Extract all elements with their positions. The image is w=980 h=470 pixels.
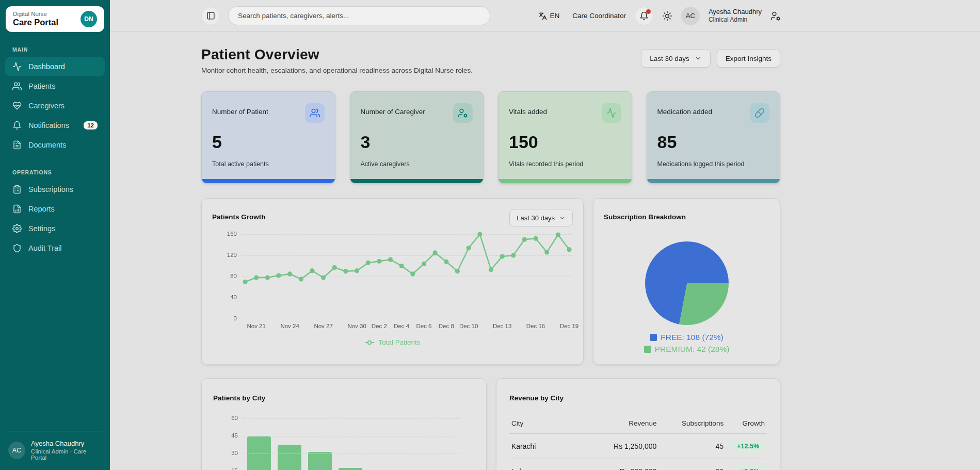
main-content: Patient Overview Monitor cohort health, … xyxy=(110,32,980,470)
sidebar-toggle-button[interactable] xyxy=(201,7,220,25)
stat-caption: Medications logged this period xyxy=(657,160,770,168)
export-insights-label: Export Insights xyxy=(726,55,772,62)
stat-title: Number of Caregiver xyxy=(361,103,425,116)
topbar-user-role: Clinical Admin xyxy=(709,16,762,24)
brand-avatar: DN xyxy=(81,11,97,27)
clipboard-icon xyxy=(12,185,22,194)
line-chart: 16012080400 xyxy=(242,234,572,319)
pie-chart xyxy=(645,241,729,325)
bar xyxy=(339,468,362,470)
cell-subscriptions: 45 xyxy=(658,434,726,459)
topbar-user-block: Ayesha Chaudhry Clinical Admin xyxy=(709,8,762,24)
sidebar-item-label: Reports xyxy=(28,205,98,213)
avatar[interactable]: AC xyxy=(681,7,700,25)
chart-title: Patients by City xyxy=(213,390,475,402)
subscription-breakdown-card: Subscription Breakdown FREE: 108 (72%) P… xyxy=(593,198,780,365)
growth-badge: +8.3% xyxy=(735,466,765,470)
stat-caption: Vitals recorded this period xyxy=(509,160,621,168)
gear-icon xyxy=(12,224,22,233)
pie-chart-legend: FREE: 108 (72%) PREMIUM: 42 (28%) xyxy=(604,333,769,354)
cell-revenue: Rs 1,250,000 xyxy=(587,434,659,459)
bell-icon xyxy=(12,121,22,130)
stat-accent-bar xyxy=(350,179,484,183)
sidebar-item-subscriptions[interactable]: Subscriptions xyxy=(5,180,105,199)
patients-by-city-card: Patients by City 60453015 xyxy=(201,378,487,470)
sidebar-item-caregivers[interactable]: Caregivers xyxy=(5,96,105,116)
revenue-by-city-card: Revenue by City City Revenue Subscriptio… xyxy=(496,378,780,470)
export-insights-button[interactable]: Export Insights xyxy=(717,49,780,68)
stat-title: Vitals added xyxy=(509,103,547,116)
table-header-row: City Revenue Subscriptions Growth xyxy=(509,414,767,434)
sidebar-item-label: Subscriptions xyxy=(28,185,98,193)
sidebar-item-reports[interactable]: Reports xyxy=(5,199,105,219)
chevron-down-icon xyxy=(559,215,566,221)
search-bar[interactable] xyxy=(228,6,490,25)
stat-caption: Total active patients xyxy=(212,160,325,168)
brand-app-name: Digital Nurse xyxy=(13,11,58,17)
stat-value: 5 xyxy=(212,132,325,152)
cell-subscriptions: 38 xyxy=(658,459,726,470)
theme-toggle-button[interactable] xyxy=(662,11,672,21)
sidebar-item-label: Audit Trail xyxy=(28,244,98,252)
heart-pulse-icon xyxy=(12,101,22,110)
stat-caption: Active caregivers xyxy=(361,160,473,168)
sidebar-item-label: Notifications xyxy=(28,121,77,129)
legend-label: PREMIUM: 42 (28%) xyxy=(655,345,730,354)
sidebar-item-label: Patients xyxy=(28,82,98,90)
chart-title: Patients Growth xyxy=(212,209,266,221)
search-input[interactable] xyxy=(238,12,480,20)
user-settings-button[interactable] xyxy=(770,11,781,21)
divider xyxy=(8,431,102,431)
notifications-button[interactable] xyxy=(635,7,653,25)
language-switcher[interactable]: EN xyxy=(538,11,560,20)
sidebar-item-documents[interactable]: Documents xyxy=(5,135,105,155)
stat-title: Medication added xyxy=(657,103,713,116)
avatar: AC xyxy=(8,442,25,459)
document-icon xyxy=(12,140,22,150)
stat-accent-bar xyxy=(647,179,780,183)
sidebar-section-operations: OPERATIONS xyxy=(12,169,110,175)
language-label: EN xyxy=(550,12,560,20)
sidebar-item-settings[interactable]: Settings xyxy=(5,219,105,238)
report-chart-icon xyxy=(12,204,22,214)
revenue-table: City Revenue Subscriptions Growth Karach… xyxy=(509,414,767,470)
date-range-label: Last 30 days xyxy=(650,55,689,62)
brand-portal-name: Care Portal xyxy=(13,18,58,27)
sidebar-item-audit-trail[interactable]: Audit Trail xyxy=(5,238,105,258)
sidebar-user[interactable]: AC Ayesha Chaudhry Clinical Admin · Care… xyxy=(8,440,102,461)
sidebar-user-role: Clinical Admin · Care Portal xyxy=(31,448,102,461)
sidebar-item-label: Settings xyxy=(28,224,98,233)
column-header-subscriptions: Subscriptions xyxy=(658,414,726,434)
stat-card-caregivers: Number of Caregiver 3 Active caregivers xyxy=(350,91,484,184)
chart-title: Subscription Breakdown xyxy=(604,209,769,221)
role-label: Care Coordinator xyxy=(572,12,626,20)
chevron-down-icon xyxy=(695,55,702,62)
sidebar-item-dashboard[interactable]: Dashboard xyxy=(5,57,105,76)
stat-card-patients: Number of Patient 5 Total active patient… xyxy=(201,91,335,184)
bar-chart-bars xyxy=(247,418,362,470)
notification-dot xyxy=(646,9,651,14)
cell-city: Karachi xyxy=(509,434,587,459)
sidebar-footer: AC Ayesha Chaudhry Clinical Admin · Care… xyxy=(0,424,110,470)
legend-label: Total Patients xyxy=(378,338,420,346)
chart-range-label: Last 30 days xyxy=(517,214,555,222)
pulse-icon xyxy=(602,103,621,123)
chart-range-select[interactable]: Last 30 days xyxy=(509,209,573,226)
legend-swatch xyxy=(650,334,657,341)
legend-label: FREE: 108 (72%) xyxy=(661,333,723,342)
legend-line-marker-icon xyxy=(364,340,375,345)
users-icon xyxy=(305,103,325,123)
page-title: Patient Overview xyxy=(201,46,473,63)
brand-card[interactable]: Digital Nurse Care Portal DN xyxy=(6,6,104,32)
date-range-select[interactable]: Last 30 days xyxy=(641,49,711,68)
column-header-city: City xyxy=(509,414,587,434)
bar-chart: 60453015 xyxy=(243,418,460,470)
sidebar-item-patients[interactable]: Patients xyxy=(5,76,105,96)
sun-icon xyxy=(662,11,672,21)
sidebar-section-main: MAIN xyxy=(12,46,110,53)
stat-value: 85 xyxy=(657,132,770,152)
legend-swatch xyxy=(644,346,651,353)
topbar: EN Care Coordinator AC Ayesha Chaudhry C… xyxy=(110,0,980,32)
activity-icon xyxy=(12,62,22,71)
sidebar-item-notifications[interactable]: Notifications 12 xyxy=(5,116,105,135)
